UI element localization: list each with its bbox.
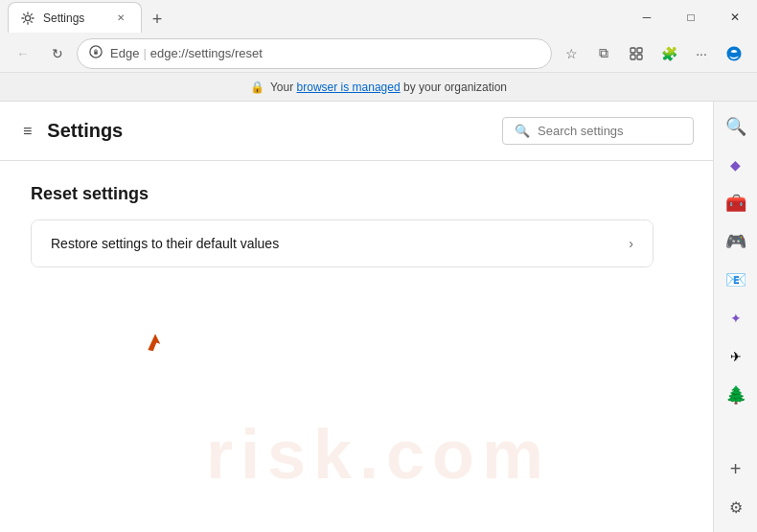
sidebar-send-icon[interactable]: ✈: [719, 339, 753, 374]
sidebar-tree-icon[interactable]: 🌲: [719, 378, 753, 412]
sidebar-settings-button[interactable]: ⚙: [719, 490, 753, 524]
settings-card: Restore settings to their default values…: [31, 220, 654, 267]
watermark: risk.com: [206, 415, 551, 494]
close-button[interactable]: ✕: [713, 0, 757, 35]
lock-icon-infobar: 🔒: [250, 81, 264, 94]
hamburger-button[interactable]: ≡: [19, 119, 35, 144]
search-settings-icon: 🔍: [515, 124, 530, 138]
settings-tab[interactable]: Settings ✕: [8, 2, 142, 33]
extensions-button[interactable]: 🧩: [654, 38, 684, 69]
sidebar-collections-icon[interactable]: ◆: [719, 148, 753, 182]
restore-settings-row[interactable]: Restore settings to their default values…: [32, 220, 653, 266]
restore-settings-chevron: ›: [629, 236, 633, 251]
tab-close-button[interactable]: ✕: [112, 10, 129, 27]
sidebar-games-icon[interactable]: 🎮: [719, 224, 753, 259]
svg-rect-6: [637, 55, 642, 59]
url-separator: |: [143, 46, 146, 60]
search-settings-container[interactable]: 🔍: [502, 117, 694, 145]
url-text: Edge | edge://settings/reset: [110, 46, 263, 60]
lock-icon: [89, 45, 103, 61]
svg-rect-3: [631, 48, 635, 53]
maximize-button[interactable]: □: [669, 0, 713, 35]
search-settings-input[interactable]: [538, 124, 681, 138]
svg-marker-7: [147, 332, 162, 352]
minimize-button[interactable]: ─: [625, 0, 669, 35]
svg-rect-2: [94, 52, 98, 55]
sidebar-rewards-icon[interactable]: ✦: [719, 301, 753, 335]
svg-rect-5: [631, 55, 635, 59]
new-tab-button[interactable]: +: [144, 6, 171, 33]
restore-settings-label: Restore settings to their default values: [51, 236, 279, 251]
splitscreen-button[interactable]: ⧉: [588, 38, 619, 69]
back-button[interactable]: ←: [8, 38, 38, 69]
url-path: edge://settings/reset: [150, 46, 263, 60]
toolbar-icons: ☆ ⧉ 🧩 ···: [556, 38, 749, 69]
favorites-button[interactable]: ☆: [556, 38, 586, 69]
refresh-button[interactable]: ↻: [42, 38, 73, 69]
address-bar: ← ↻ Edge | edge://settings/reset ☆ ⧉ �: [0, 35, 757, 73]
browser-content: ≡ Settings 🔍 Reset settings Restore sett…: [0, 102, 757, 532]
svg-rect-4: [637, 48, 642, 53]
section-title: Reset settings: [31, 184, 682, 204]
tab-settings-icon: [20, 11, 35, 26]
sidebar-outlook-icon[interactable]: 📧: [719, 263, 753, 297]
url-bar[interactable]: Edge | edge://settings/reset: [77, 38, 552, 69]
sidebar-toolbox-icon[interactable]: 🧰: [719, 186, 753, 220]
right-sidebar: 🔍 ◆ 🧰 🎮 📧 ✦ ✈ 🌲 + ⚙: [713, 102, 757, 532]
more-button[interactable]: ···: [686, 38, 717, 69]
edge-profile-button[interactable]: [719, 38, 749, 69]
settings-main: ≡ Settings 🔍 Reset settings Restore sett…: [0, 102, 713, 532]
managed-link[interactable]: browser is managed: [297, 81, 401, 94]
svg-point-0: [25, 15, 30, 20]
sidebar-add-button[interactable]: +: [719, 451, 753, 486]
settings-page-title: Settings: [47, 120, 491, 142]
url-edge-label: Edge: [110, 46, 139, 60]
window-controls: ─ □ ✕: [625, 0, 757, 35]
sidebar-search-icon[interactable]: 🔍: [719, 109, 753, 144]
info-bar: 🔒 Your browser is managed by your organi…: [0, 73, 757, 102]
settings-body: Reset settings Restore settings to their…: [0, 161, 713, 290]
title-bar: Settings ✕ + ─ □ ✕: [0, 0, 757, 35]
tab-title: Settings: [43, 12, 84, 25]
settings-header: ≡ Settings 🔍: [0, 102, 713, 161]
collections-button[interactable]: [621, 38, 652, 69]
info-message: Your browser is managed by your organiza…: [270, 81, 507, 94]
